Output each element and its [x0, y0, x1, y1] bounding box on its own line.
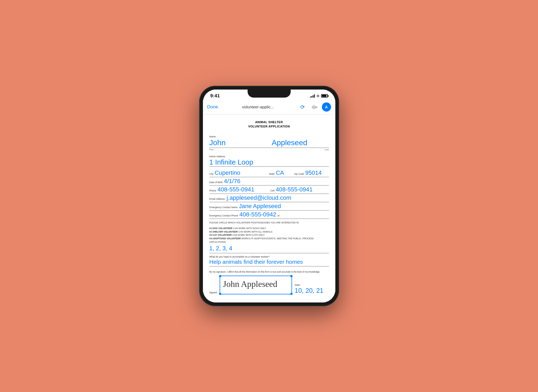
sig-corner-bl [219, 293, 221, 295]
status-icons: ⊛ [310, 94, 328, 98]
name-sub-labels: First Last [209, 148, 329, 151]
emergency-phone-value: 408-555-0942 [240, 211, 276, 218]
address-label: Home Address [209, 155, 225, 158]
name-fields: John Appleseed [209, 138, 329, 148]
position-1: #1 DOG VOLUNTEER CAN WORK WITH DOGS ONLY [209, 227, 329, 230]
dob-value: 4/1/76 [224, 178, 240, 184]
back-icon: ⟳ [300, 104, 305, 110]
emergency-phone-label: Emergency Contact Phone [209, 214, 238, 217]
city-value: Cupertino [215, 169, 240, 176]
date-label: Date: [295, 284, 301, 286]
signed-label-wrapper: Signed [209, 290, 217, 294]
url-bar[interactable]: volunteer-applic... [221, 105, 295, 109]
emergency-name-label: Emergency Contact Name [209, 206, 238, 209]
address-row: Home Address 1 Infinite Loop [209, 154, 329, 167]
phone-frame: 9:41 ⊛ Done volunteer-applic... ⟳ ⟴ [199, 86, 339, 307]
position-1-rest: CAN WORK WITH DOGS ONLY [232, 227, 266, 230]
cell-section: Cell 408-555-0941 [270, 186, 329, 193]
status-time: 9:41 [210, 93, 220, 99]
name-label: Name [209, 135, 216, 138]
positions-list: #1 DOG VOLUNTEER CAN WORK WITH DOGS ONLY… [209, 227, 329, 244]
position-4-bold: #4 ADOPTIONS VOLUNTEER [209, 237, 241, 240]
address-field: 1 Infinite Loop [209, 158, 329, 167]
signature-row: Signed John Appleseed Date: 10, 20, 21 [209, 276, 329, 294]
position-2: #2 SHELTER VOLUNTEER CAN WORK WITH ALL A… [209, 230, 329, 234]
form-title: ANIMAL SHELTER VOLUNTEER APPLICATION [209, 120, 329, 129]
state-label: State [269, 173, 275, 175]
signal-icon [310, 94, 315, 98]
position-4: #4 ADOPTIONS VOLUNTEER WORKS AT ADOPTION… [209, 237, 329, 244]
first-name-value: John [209, 138, 226, 147]
cell-label: Cell [270, 189, 275, 192]
state-section: State CA [269, 169, 292, 176]
state-value: CA [276, 169, 284, 176]
email-value: j.appleseed@icloud.com [227, 194, 291, 201]
wifi-icon: ⊛ [317, 94, 319, 98]
last-name-value: Appleseed [272, 138, 307, 147]
last-name-field: Appleseed [272, 138, 329, 147]
name-row: Name John Appleseed First Last [209, 134, 329, 151]
phone-section: Phone 408-555-0941 [209, 186, 268, 193]
or-label: or [277, 214, 280, 217]
position-3: #3 CAT VOLUNTEER CAN WORK WITH CATS ONLY [209, 233, 329, 237]
emergency-phone-row: Emergency Contact Phone 408-555-0942 or [209, 211, 329, 219]
email-row: Email Address: j.appleseed@icloud.com [209, 194, 329, 202]
emergency-name-row: Emergency Contact Name Jane Appleseed [209, 203, 329, 211]
avatar-button[interactable]: A [322, 102, 331, 112]
signature-image: John Appleseed [222, 278, 290, 290]
zip-label: Zip Code [294, 173, 304, 175]
zip-section: Zip Code 95014 [294, 169, 329, 176]
phone-label: Phone [209, 189, 216, 192]
email-label: Email Address: [209, 198, 226, 200]
forward-button[interactable]: ⟴ [310, 102, 319, 112]
dob-label: Date of Birth [209, 181, 223, 184]
positions-title: PLEASE CIRCLE WHICH VOLUNTEER POSITIONS/… [209, 221, 300, 224]
zip-value: 95014 [305, 169, 322, 176]
signature-box: John Appleseed [220, 276, 292, 294]
first-sub-label: First [209, 148, 214, 151]
phone-screen: 9:41 ⊛ Done volunteer-applic... ⟳ ⟴ [203, 90, 335, 303]
city-section: City Cupertino [209, 169, 267, 176]
phone-row: Phone 408-555-0941 Cell 408-555-0941 [209, 186, 329, 194]
selected-positions: 1, 2, 3, 4 [209, 245, 329, 253]
last-sub-label: Last [325, 148, 329, 151]
back-button[interactable]: ⟳ [298, 102, 307, 112]
position-2-bold: #2 SHELTER VOLUNTEER [209, 230, 238, 233]
first-name-field: John [209, 138, 266, 147]
goal-value: Help animals find their forever homes [209, 259, 329, 266]
positions-intro: PLEASE CIRCLE WHICH VOLUNTEER POSITIONS/… [209, 221, 329, 224]
forward-icon: ⟴ [311, 104, 318, 110]
battery-icon [321, 94, 328, 98]
notch [248, 90, 291, 98]
document-content: ANIMAL SHELTER VOLUNTEER APPLICATION Nam… [203, 115, 335, 303]
cell-value: 408-555-0941 [276, 186, 312, 193]
city-label: City [209, 173, 214, 175]
position-3-bold: #3 CAT VOLUNTEER [209, 234, 232, 236]
position-3-rest: CAN WORK WITH CATS ONLY [232, 234, 265, 236]
affirmation-text: By my signature, I affirm that all the i… [209, 270, 329, 274]
goal-label: What do you hope to accomplish as a volu… [209, 255, 329, 258]
city-state-zip-row: City Cupertino State CA Zip Code 95014 [209, 169, 329, 177]
sig-corner-tl [219, 275, 221, 277]
browser-toolbar: Done volunteer-applic... ⟳ ⟴ A [203, 100, 335, 115]
dob-row: Date of Birth 4/1/76 [209, 178, 329, 186]
sig-corner-tr [290, 275, 293, 277]
phone-value: 408-555-0941 [217, 186, 254, 193]
position-2-rest: CAN WORK WITH ALL ANIMALS [238, 230, 272, 233]
address-value: 1 Infinite Loop [209, 158, 253, 166]
date-value: 10, 20, 21 [295, 287, 329, 294]
avatar-initial: A [325, 105, 328, 109]
done-button[interactable]: Done [207, 104, 218, 110]
signed-label: Signed [209, 291, 217, 294]
sig-corner-br [290, 293, 293, 295]
date-section: Date: 10, 20, 21 [295, 282, 329, 294]
emergency-name-value: Jane Appleseed [239, 203, 281, 209]
signature-section: By my signature, I affirm that all the i… [209, 270, 329, 295]
position-1-bold: #1 DOG VOLUNTEER [209, 227, 233, 230]
